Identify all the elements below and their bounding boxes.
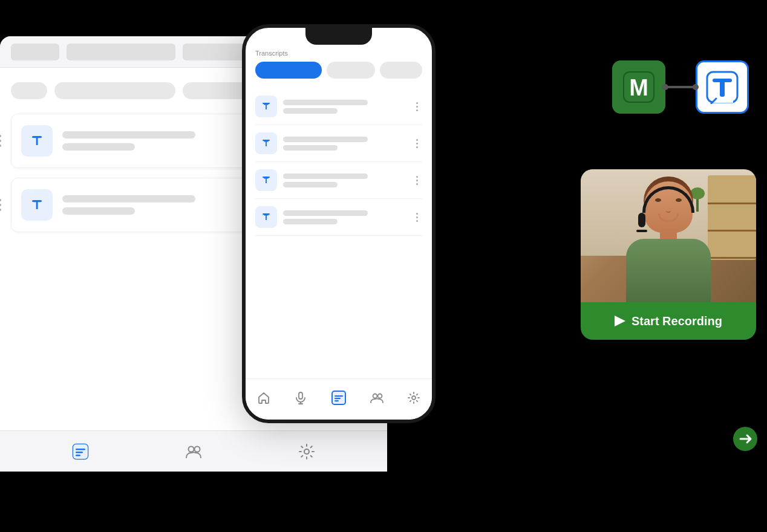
phone-item-dot (416, 146, 418, 148)
phone-list-item-2: T (255, 125, 422, 162)
svg-rect-19 (263, 140, 270, 141)
phone-item-lines-1 (283, 100, 405, 114)
desktop-logo-box-1: T (21, 125, 53, 157)
desktop-line-1 (62, 131, 195, 138)
svg-point-33 (373, 394, 377, 398)
desktop-line-3 (62, 195, 195, 203)
phone-logo-box-2: T (255, 132, 277, 154)
svg-text:M: M (629, 75, 648, 100)
phone-nav-settings[interactable] (407, 391, 420, 404)
phone-item-dot (416, 106, 418, 108)
desktop-line-4 (62, 207, 135, 215)
phone-nav-mic[interactable] (294, 391, 307, 404)
t-logo-icon: T (27, 131, 47, 151)
phone-item-dots-1[interactable] (411, 101, 422, 112)
desktop-nav-transcripts[interactable] (70, 441, 91, 462)
phone-item-dot (416, 180, 418, 181)
phone-line-1b (283, 108, 338, 114)
svg-rect-32 (335, 400, 339, 401)
t-logo-icon-2: T (27, 195, 47, 215)
phone-line-4b (283, 219, 338, 224)
phone-nav-team[interactable] (370, 391, 384, 404)
phone-tab-active[interactable] (255, 62, 322, 79)
svg-point-12 (194, 446, 200, 452)
phone-item-dot (416, 220, 418, 222)
desktop-dots-1 (0, 135, 1, 147)
phone-tab-extra (380, 62, 422, 79)
phone-tabs (255, 62, 422, 79)
video-thumbnail (581, 169, 756, 302)
start-recording-button[interactable]: Start Recording (581, 302, 756, 340)
phone-nav-transcripts[interactable] (331, 390, 347, 406)
phone-nav-home[interactable] (257, 391, 270, 404)
phone-list-item-3: T (255, 162, 422, 199)
phone-item-lines-2 (283, 137, 405, 151)
svg-rect-5 (32, 200, 42, 202)
phone-item-lines-4 (283, 210, 405, 224)
person-smile (658, 213, 679, 222)
desktop-tab-narrow (11, 44, 59, 60)
phone-inner: Transcripts T (246, 45, 432, 236)
phone-line-1a (283, 100, 368, 105)
integration-area: M (612, 60, 749, 114)
svg-point-13 (304, 449, 309, 454)
desktop-bottom-nav (0, 430, 387, 472)
desktop-dot (0, 199, 1, 201)
svg-rect-25 (263, 213, 270, 215)
integration-icon-t (696, 60, 749, 114)
desktop-dots-2 (0, 199, 1, 211)
phone-list-item-1: T (255, 88, 422, 125)
svg-rect-31 (335, 398, 341, 399)
desktop-filter-sm (11, 82, 47, 99)
phone-bottom-nav (246, 378, 432, 420)
phone-item-dot (416, 176, 418, 178)
phone-item-dots-4[interactable] (411, 212, 422, 222)
video-card: Start Recording (581, 169, 756, 340)
desktop-dot (0, 140, 1, 142)
desktop-dot (0, 135, 1, 137)
phone-line-3b (283, 182, 338, 187)
svg-rect-9 (76, 452, 83, 453)
phone-item-dot (416, 216, 418, 218)
phone-item-dots-3[interactable] (411, 175, 422, 186)
phone-item-dot (416, 183, 418, 185)
phone-item-dot (416, 109, 418, 111)
desktop-line-2 (62, 143, 135, 151)
play-icon (615, 316, 625, 326)
phone-item-lines-3 (283, 174, 405, 187)
phone-tab-inactive[interactable] (327, 62, 375, 79)
svg-point-11 (188, 446, 194, 452)
phone-line-4a (283, 210, 368, 216)
phone-item-dots-2[interactable] (411, 138, 422, 149)
integration-icon-m: M (612, 60, 665, 114)
svg-rect-26 (299, 392, 302, 399)
phone-line-3a (283, 174, 368, 179)
person-in-video (602, 181, 735, 302)
phone-mock: Transcripts T (242, 24, 436, 423)
svg-rect-30 (335, 395, 343, 397)
desktop-dot (0, 204, 1, 206)
cursor-decoration (732, 426, 759, 455)
svg-rect-22 (263, 177, 270, 178)
desktop-nav-settings[interactable] (296, 441, 318, 462)
phone-header-label: Transcripts (255, 50, 422, 57)
desktop-tab-wide (67, 44, 175, 60)
svg-rect-40 (720, 81, 725, 97)
phone-logo-box-4: T (255, 206, 277, 228)
person-headset-mic (638, 213, 645, 227)
phone-logo-box-1: T (255, 96, 277, 117)
svg-rect-10 (76, 455, 80, 456)
desktop-dot (0, 209, 1, 211)
svg-point-35 (412, 396, 416, 400)
phone-list-item-4: T (255, 199, 422, 236)
person-torso (626, 239, 711, 302)
desktop-dot (0, 144, 1, 147)
start-recording-label: Start Recording (632, 314, 722, 328)
svg-rect-2 (32, 136, 42, 138)
phone-notch (305, 28, 372, 45)
phone-line-2a (283, 137, 368, 142)
svg-rect-16 (263, 103, 270, 104)
desktop-nav-team[interactable] (183, 441, 204, 462)
phone-line-2b (283, 145, 338, 151)
svg-point-34 (377, 394, 382, 398)
